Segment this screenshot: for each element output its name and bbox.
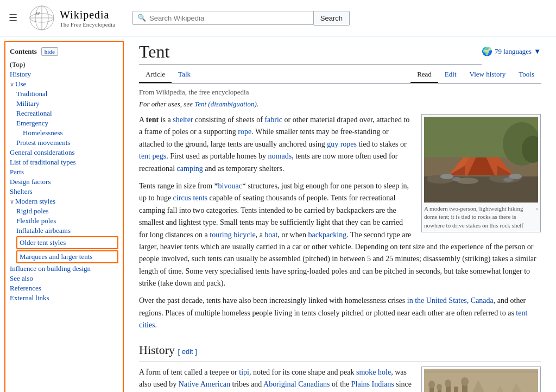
- tab-view-history[interactable]: View history: [463, 67, 513, 83]
- toc-link-parts[interactable]: Parts: [10, 168, 24, 176]
- tent-image: [424, 117, 538, 203]
- toc-link-inflatable[interactable]: Inflatable airbeams: [16, 226, 71, 235]
- list-item: Shelters: [10, 187, 118, 196]
- toc-link-use[interactable]: Use: [15, 80, 26, 88]
- list-item: General considerations: [10, 148, 118, 157]
- toc-link-protest[interactable]: Protest movements: [16, 138, 70, 147]
- toc-link-history[interactable]: History: [10, 70, 31, 78]
- toc-link-influence[interactable]: Influence on building design: [10, 264, 91, 273]
- article-paragraph-3: Over the past decade, tents have also be…: [139, 295, 541, 331]
- toc-link-design[interactable]: Design factors: [10, 178, 50, 186]
- link-native-american[interactable]: Native American: [179, 380, 230, 388]
- svg-point-21: [503, 178, 513, 182]
- table-of-contents: Contents hide (Top) History ∨Use Traditi…: [4, 41, 124, 392]
- tab-read[interactable]: Read: [410, 67, 438, 83]
- list-item: List of traditional types: [10, 158, 118, 167]
- translate-icon: 🌍: [482, 46, 492, 56]
- history-heading: History [ edit ]: [139, 340, 541, 362]
- toc-link-marquees[interactable]: Marquees and larger tents: [16, 250, 118, 263]
- toc-link-modern[interactable]: Modern styles: [15, 197, 55, 205]
- article-tabs: Article Talk Read Edit View history Tool…: [139, 67, 541, 84]
- disambig-period: .: [257, 100, 258, 108]
- lang-count-label: 79 languages: [495, 47, 532, 56]
- disambig-link[interactable]: Tent (disambiguation): [194, 100, 257, 108]
- link-tent-pegs[interactable]: tent pegs: [139, 152, 166, 160]
- link-plains-indians[interactable]: Plains Indians: [351, 380, 394, 388]
- primary-tabs: Article Talk: [139, 67, 197, 83]
- tab-tools[interactable]: Tools: [512, 67, 541, 83]
- link-backpacking[interactable]: backpacking: [308, 231, 346, 239]
- list-item: See also: [10, 274, 118, 283]
- link-fabric[interactable]: fabric: [264, 116, 282, 124]
- list-item: External links: [10, 294, 118, 302]
- link-camping[interactable]: camping: [177, 165, 203, 173]
- site-name: Wikipedia The Free Encyclopedia: [60, 9, 115, 28]
- link-smoke-hole[interactable]: smoke hole: [356, 368, 391, 376]
- list-item: Parts: [10, 168, 118, 176]
- list-item: Homelessness: [10, 129, 118, 137]
- language-button[interactable]: 🌍 79 languages ▼: [482, 46, 541, 56]
- toc-link-homelessness[interactable]: Homelessness: [23, 129, 63, 137]
- link-touring-bicycle[interactable]: touring bicycle: [210, 231, 255, 239]
- toc-link-general[interactable]: General considerations: [10, 148, 74, 156]
- link-canada[interactable]: Canada: [471, 296, 494, 305]
- link-rope[interactable]: rope: [238, 128, 251, 136]
- list-item: Military: [10, 99, 118, 108]
- toc-title-row: Contents hide: [10, 47, 118, 56]
- link-guy-ropes[interactable]: guy ropes: [327, 140, 357, 148]
- svg-rect-33: [454, 387, 458, 392]
- list-item: ∨Use: [10, 80, 118, 88]
- from-wikipedia-label: From Wikipedia, the free encyclopedia: [139, 88, 541, 97]
- toc-link-shelters[interactable]: Shelters: [10, 187, 33, 195]
- link-united-states[interactable]: in the United States: [407, 296, 467, 305]
- link-aboriginal-canadians[interactable]: Aboriginal Canadians: [263, 380, 330, 388]
- search-form: 🔍 Search: [132, 11, 350, 26]
- toc-link-external[interactable]: External links: [10, 294, 49, 302]
- tab-article[interactable]: Article: [139, 67, 172, 83]
- link-circus-tents[interactable]: circus tents: [173, 194, 207, 202]
- disambiguation-notice: For other uses, see Tent (disambiguation…: [139, 100, 541, 109]
- list-item: History: [10, 70, 118, 79]
- tab-talk[interactable]: Talk: [172, 67, 197, 83]
- search-button[interactable]: Search: [314, 11, 350, 26]
- main-layout: Contents hide (Top) History ∨Use Traditi…: [0, 36, 556, 392]
- svg-point-30: [437, 384, 442, 390]
- list-item: Emergency: [10, 119, 118, 128]
- link-tent-cities[interactable]: tent cities: [139, 309, 527, 329]
- svg-text:W: W: [36, 11, 40, 16]
- toc-link-military[interactable]: Military: [16, 99, 40, 108]
- toc-link-list[interactable]: List of traditional types: [10, 158, 76, 166]
- toc-toggle-modern[interactable]: ∨: [10, 198, 14, 205]
- toc-link-flexible[interactable]: Flexible poles: [16, 217, 56, 225]
- hamburger-menu-button[interactable]: ☰: [9, 12, 17, 24]
- link-boat[interactable]: boat: [264, 231, 277, 239]
- link-shelter[interactable]: shelter: [173, 116, 193, 124]
- list-item: Traditional: [10, 90, 118, 98]
- list-item: Older tent styles: [10, 236, 118, 249]
- list-item: Influence on building design: [10, 264, 118, 273]
- toc-link-traditional[interactable]: Traditional: [16, 90, 47, 98]
- search-input[interactable]: [149, 14, 309, 22]
- toc-link-rigid[interactable]: Rigid poles: [16, 207, 49, 215]
- list-item: Design factors: [10, 178, 118, 186]
- link-nomads[interactable]: nomads: [268, 152, 292, 160]
- tab-edit[interactable]: Edit: [438, 67, 463, 83]
- toc-link-recreational[interactable]: Recreational: [16, 109, 52, 117]
- lang-chevron-icon: ▼: [534, 47, 541, 56]
- expand-icon[interactable]: ◦: [536, 205, 538, 213]
- link-tipi[interactable]: tipi: [239, 368, 249, 376]
- svg-point-35: [461, 377, 469, 386]
- page-header: Tent 🌍 79 languages ▼: [139, 42, 541, 65]
- toc-link-older[interactable]: Older tent styles: [16, 236, 118, 249]
- toc-toggle-use[interactable]: ∨: [10, 81, 14, 87]
- toc-hide-button[interactable]: hide: [41, 47, 58, 56]
- link-bivouac[interactable]: bivouac: [218, 182, 242, 190]
- svg-point-28: [428, 381, 435, 388]
- history-edit-link[interactable]: [ edit ]: [178, 347, 197, 356]
- toc-link-references[interactable]: References: [10, 284, 41, 292]
- site-logo[interactable]: W Wikipedia The Free Encyclopedia: [28, 4, 115, 31]
- toc-link-seealso[interactable]: See also: [10, 274, 33, 282]
- tent-image-caption: ◦ A modern two-person, lightweight hikin…: [424, 205, 538, 230]
- disambig-text: For other uses, see: [139, 100, 194, 108]
- toc-link-emergency[interactable]: Emergency: [16, 119, 48, 127]
